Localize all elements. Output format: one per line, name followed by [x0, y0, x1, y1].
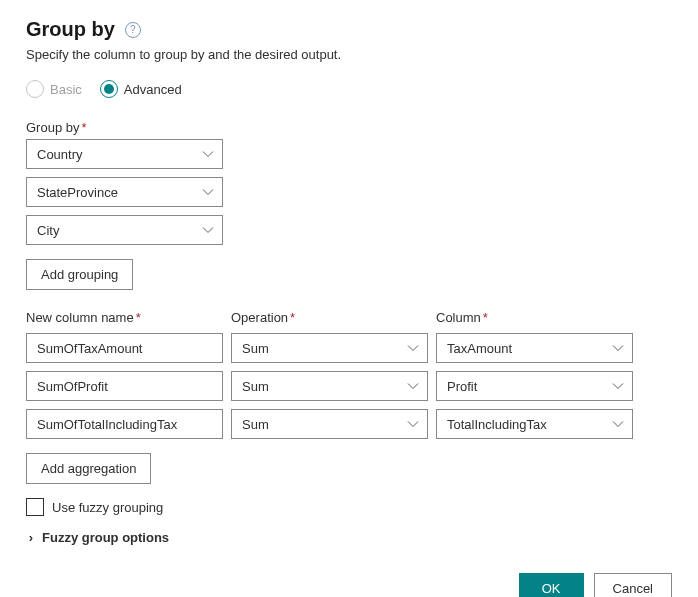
operation-select-2[interactable]: Sum — [231, 409, 428, 439]
dropdown-value: Country — [37, 147, 83, 162]
fuzzy-grouping-checkbox[interactable]: Use fuzzy grouping — [26, 498, 672, 516]
chevron-down-icon — [407, 380, 419, 392]
dialog-title: Group by ? — [26, 18, 672, 41]
aggregation-headers: New column name* Operation* Column* — [26, 310, 672, 329]
checkbox-icon — [26, 498, 44, 516]
required-asterisk: * — [290, 310, 295, 325]
dialog-subtitle: Specify the column to group by and the d… — [26, 47, 672, 62]
dropdown-value: StateProvince — [37, 185, 118, 200]
add-aggregation-button[interactable]: Add aggregation — [26, 453, 151, 484]
dialog-title-text: Group by — [26, 18, 115, 41]
chevron-down-icon — [202, 186, 214, 198]
dropdown-value: Sum — [242, 417, 269, 432]
radio-advanced-label: Advanced — [124, 82, 182, 97]
dropdown-value: Sum — [242, 341, 269, 356]
header-text: New column name — [26, 310, 134, 325]
radio-basic[interactable]: Basic — [26, 80, 82, 98]
radio-advanced[interactable]: Advanced — [100, 80, 182, 98]
cancel-button[interactable]: Cancel — [594, 573, 672, 597]
dropdown-value: Sum — [242, 379, 269, 394]
header-text: Column — [436, 310, 481, 325]
ok-button[interactable]: OK — [519, 573, 584, 597]
chevron-down-icon — [407, 342, 419, 354]
aggregation-row: Sum Profit — [26, 371, 672, 401]
dropdown-value: Profit — [447, 379, 477, 394]
new-column-name-input-2[interactable] — [26, 409, 223, 439]
column-select-0[interactable]: TaxAmount — [436, 333, 633, 363]
checkbox-label: Use fuzzy grouping — [52, 500, 163, 515]
aggregation-row: Sum TaxAmount — [26, 333, 672, 363]
dropdown-value: City — [37, 223, 59, 238]
header-column: Column* — [436, 310, 633, 325]
aggregation-row: Sum TotalIncludingTax — [26, 409, 672, 439]
chevron-down-icon — [407, 418, 419, 430]
column-select-1[interactable]: Profit — [436, 371, 633, 401]
groupby-column-select-2[interactable]: City — [26, 215, 223, 245]
dialog-footer: OK Cancel — [26, 573, 672, 597]
groupby-column-select-1[interactable]: StateProvince — [26, 177, 223, 207]
chevron-right-icon: › — [26, 530, 36, 545]
groupby-label: Group by* — [26, 120, 672, 135]
column-select-2[interactable]: TotalIncludingTax — [436, 409, 633, 439]
aggregations-section: New column name* Operation* Column* Sum … — [26, 310, 672, 484]
header-operation: Operation* — [231, 310, 428, 325]
radio-basic-label: Basic — [50, 82, 82, 97]
fuzzy-group-options-expander[interactable]: › Fuzzy group options — [26, 530, 672, 545]
add-grouping-button[interactable]: Add grouping — [26, 259, 133, 290]
header-new-column-name: New column name* — [26, 310, 223, 325]
mode-radio-group: Basic Advanced — [26, 80, 672, 98]
required-asterisk: * — [136, 310, 141, 325]
chevron-down-icon — [612, 380, 624, 392]
chevron-down-icon — [612, 418, 624, 430]
dropdown-value: TotalIncludingTax — [447, 417, 547, 432]
required-asterisk: * — [81, 120, 86, 135]
radio-icon — [100, 80, 118, 98]
help-icon[interactable]: ? — [125, 22, 141, 38]
operation-select-0[interactable]: Sum — [231, 333, 428, 363]
groupby-label-text: Group by — [26, 120, 79, 135]
groupby-column-select-0[interactable]: Country — [26, 139, 223, 169]
dropdown-value: TaxAmount — [447, 341, 512, 356]
chevron-down-icon — [612, 342, 624, 354]
radio-icon — [26, 80, 44, 98]
required-asterisk: * — [483, 310, 488, 325]
new-column-name-input-1[interactable] — [26, 371, 223, 401]
header-text: Operation — [231, 310, 288, 325]
new-column-name-input-0[interactable] — [26, 333, 223, 363]
chevron-down-icon — [202, 148, 214, 160]
operation-select-1[interactable]: Sum — [231, 371, 428, 401]
expander-label: Fuzzy group options — [42, 530, 169, 545]
chevron-down-icon — [202, 224, 214, 236]
